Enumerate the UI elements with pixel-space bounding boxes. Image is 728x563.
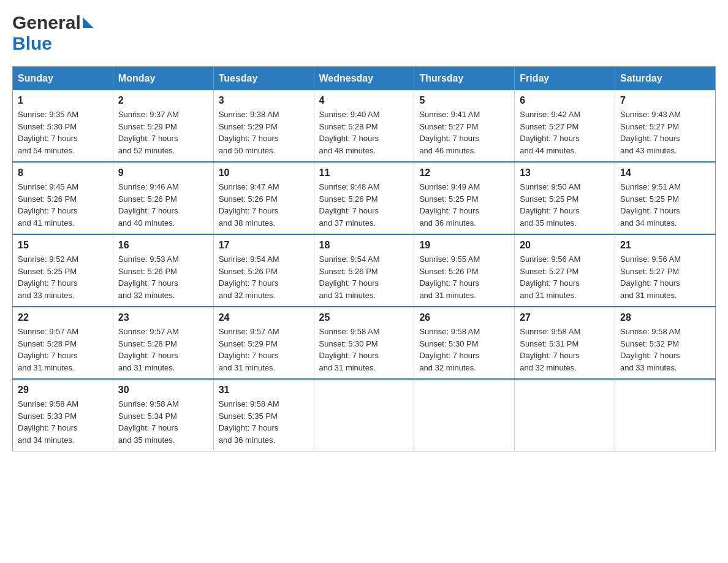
day-number: 20 (520, 240, 610, 251)
day-info: Sunrise: 9:50 AM Sunset: 5:25 PM Dayligh… (520, 181, 610, 229)
day-number: 24 (219, 312, 309, 323)
calendar-table: SundayMondayTuesdayWednesdayThursdayFrid… (12, 66, 716, 451)
day-number: 1 (18, 95, 108, 106)
week-row-5: 29 Sunrise: 9:58 AM Sunset: 5:33 PM Dayl… (13, 379, 716, 451)
calendar-cell: 4 Sunrise: 9:40 AM Sunset: 5:28 PM Dayli… (314, 90, 414, 162)
calendar-cell: 27 Sunrise: 9:58 AM Sunset: 5:31 PM Dayl… (515, 307, 615, 379)
calendar-cell: 8 Sunrise: 9:45 AM Sunset: 5:26 PM Dayli… (13, 162, 113, 234)
logo-blue-text: Blue (12, 33, 52, 54)
calendar-cell: 23 Sunrise: 9:57 AM Sunset: 5:28 PM Dayl… (113, 307, 213, 379)
weekday-header-row: SundayMondayTuesdayWednesdayThursdayFrid… (13, 67, 716, 91)
day-info: Sunrise: 9:58 AM Sunset: 5:33 PM Dayligh… (18, 398, 108, 446)
weekday-header-tuesday: Tuesday (213, 67, 314, 91)
day-info: Sunrise: 9:54 AM Sunset: 5:26 PM Dayligh… (319, 253, 409, 301)
day-number: 29 (18, 385, 108, 396)
logo-general-text: General (12, 12, 81, 33)
calendar-cell: 18 Sunrise: 9:54 AM Sunset: 5:26 PM Dayl… (314, 234, 414, 307)
day-number: 27 (520, 312, 610, 323)
day-number: 2 (118, 95, 208, 106)
calendar-cell: 2 Sunrise: 9:37 AM Sunset: 5:29 PM Dayli… (113, 90, 213, 162)
day-info: Sunrise: 9:45 AM Sunset: 5:26 PM Dayligh… (18, 181, 108, 229)
calendar-cell: 11 Sunrise: 9:48 AM Sunset: 5:26 PM Dayl… (314, 162, 414, 234)
calendar-cell: 12 Sunrise: 9:49 AM Sunset: 5:25 PM Dayl… (414, 162, 515, 234)
calendar-cell (414, 379, 515, 451)
day-info: Sunrise: 9:58 AM Sunset: 5:31 PM Dayligh… (520, 326, 610, 373)
day-number: 15 (18, 240, 108, 251)
day-number: 31 (219, 385, 309, 396)
day-info: Sunrise: 9:58 AM Sunset: 5:30 PM Dayligh… (419, 326, 509, 373)
calendar-cell (314, 379, 414, 451)
day-number: 12 (419, 167, 509, 178)
weekday-header-sunday: Sunday (13, 67, 113, 91)
calendar-cell: 25 Sunrise: 9:58 AM Sunset: 5:30 PM Dayl… (314, 307, 414, 379)
day-info: Sunrise: 9:46 AM Sunset: 5:26 PM Dayligh… (118, 181, 208, 229)
day-number: 14 (620, 167, 710, 178)
calendar-cell: 13 Sunrise: 9:50 AM Sunset: 5:25 PM Dayl… (515, 162, 615, 234)
day-info: Sunrise: 9:53 AM Sunset: 5:26 PM Dayligh… (118, 253, 208, 301)
calendar-cell: 22 Sunrise: 9:57 AM Sunset: 5:28 PM Dayl… (13, 307, 113, 379)
weekday-header-friday: Friday (515, 67, 615, 91)
day-info: Sunrise: 9:42 AM Sunset: 5:27 PM Dayligh… (520, 109, 610, 156)
calendar-cell: 24 Sunrise: 9:57 AM Sunset: 5:29 PM Dayl… (213, 307, 314, 379)
day-number: 18 (319, 240, 409, 251)
day-info: Sunrise: 9:43 AM Sunset: 5:27 PM Dayligh… (620, 109, 710, 156)
day-info: Sunrise: 9:47 AM Sunset: 5:26 PM Dayligh… (219, 181, 309, 229)
day-number: 23 (118, 312, 208, 323)
day-info: Sunrise: 9:55 AM Sunset: 5:26 PM Dayligh… (419, 253, 509, 301)
day-number: 10 (219, 167, 309, 178)
day-number: 17 (219, 240, 309, 251)
day-info: Sunrise: 9:54 AM Sunset: 5:26 PM Dayligh… (219, 253, 309, 301)
calendar-cell: 10 Sunrise: 9:47 AM Sunset: 5:26 PM Dayl… (213, 162, 314, 234)
calendar-cell: 31 Sunrise: 9:58 AM Sunset: 5:35 PM Dayl… (213, 379, 314, 451)
calendar-cell: 30 Sunrise: 9:58 AM Sunset: 5:34 PM Dayl… (113, 379, 213, 451)
calendar-cell: 28 Sunrise: 9:58 AM Sunset: 5:32 PM Dayl… (615, 307, 716, 379)
day-info: Sunrise: 9:57 AM Sunset: 5:28 PM Dayligh… (18, 326, 108, 373)
calendar-cell: 29 Sunrise: 9:58 AM Sunset: 5:33 PM Dayl… (13, 379, 113, 451)
calendar-cell: 7 Sunrise: 9:43 AM Sunset: 5:27 PM Dayli… (615, 90, 716, 162)
day-number: 22 (18, 312, 108, 323)
day-number: 4 (319, 95, 409, 106)
day-number: 5 (419, 95, 509, 106)
day-info: Sunrise: 9:57 AM Sunset: 5:29 PM Dayligh… (219, 326, 309, 373)
day-number: 30 (118, 385, 208, 396)
calendar-cell: 19 Sunrise: 9:55 AM Sunset: 5:26 PM Dayl… (414, 234, 515, 307)
logo-triangle-icon (83, 17, 94, 28)
day-number: 21 (620, 240, 710, 251)
day-info: Sunrise: 9:58 AM Sunset: 5:35 PM Dayligh… (219, 398, 309, 446)
day-number: 19 (419, 240, 509, 251)
day-number: 8 (18, 167, 108, 178)
week-row-2: 8 Sunrise: 9:45 AM Sunset: 5:26 PM Dayli… (13, 162, 716, 234)
calendar-cell: 26 Sunrise: 9:58 AM Sunset: 5:30 PM Dayl… (414, 307, 515, 379)
day-number: 11 (319, 167, 409, 178)
day-info: Sunrise: 9:56 AM Sunset: 5:27 PM Dayligh… (620, 253, 710, 301)
day-info: Sunrise: 9:49 AM Sunset: 5:25 PM Dayligh… (419, 181, 509, 229)
calendar-cell: 16 Sunrise: 9:53 AM Sunset: 5:26 PM Dayl… (113, 234, 213, 307)
calendar-cell: 20 Sunrise: 9:56 AM Sunset: 5:27 PM Dayl… (515, 234, 615, 307)
calendar-cell: 3 Sunrise: 9:38 AM Sunset: 5:29 PM Dayli… (213, 90, 314, 162)
day-info: Sunrise: 9:38 AM Sunset: 5:29 PM Dayligh… (219, 109, 309, 156)
calendar-cell (515, 379, 615, 451)
day-info: Sunrise: 9:58 AM Sunset: 5:32 PM Dayligh… (620, 326, 710, 373)
day-info: Sunrise: 9:51 AM Sunset: 5:25 PM Dayligh… (620, 181, 710, 229)
logo: General Blue (12, 12, 94, 54)
day-number: 3 (219, 95, 309, 106)
day-info: Sunrise: 9:48 AM Sunset: 5:26 PM Dayligh… (319, 181, 409, 229)
weekday-header-wednesday: Wednesday (314, 67, 414, 91)
calendar-cell: 9 Sunrise: 9:46 AM Sunset: 5:26 PM Dayli… (113, 162, 213, 234)
week-row-1: 1 Sunrise: 9:35 AM Sunset: 5:30 PM Dayli… (13, 90, 716, 162)
weekday-header-saturday: Saturday (615, 67, 716, 91)
calendar-cell: 6 Sunrise: 9:42 AM Sunset: 5:27 PM Dayli… (515, 90, 615, 162)
week-row-4: 22 Sunrise: 9:57 AM Sunset: 5:28 PM Dayl… (13, 307, 716, 379)
day-number: 9 (118, 167, 208, 178)
day-number: 7 (620, 95, 710, 106)
calendar-cell: 5 Sunrise: 9:41 AM Sunset: 5:27 PM Dayli… (414, 90, 515, 162)
day-number: 28 (620, 312, 710, 323)
calendar-cell: 1 Sunrise: 9:35 AM Sunset: 5:30 PM Dayli… (13, 90, 113, 162)
day-number: 6 (520, 95, 610, 106)
day-number: 13 (520, 167, 610, 178)
weekday-header-monday: Monday (113, 67, 213, 91)
week-row-3: 15 Sunrise: 9:52 AM Sunset: 5:25 PM Dayl… (13, 234, 716, 307)
day-info: Sunrise: 9:52 AM Sunset: 5:25 PM Dayligh… (18, 253, 108, 301)
page-header: General Blue (12, 12, 716, 54)
day-info: Sunrise: 9:57 AM Sunset: 5:28 PM Dayligh… (118, 326, 208, 373)
